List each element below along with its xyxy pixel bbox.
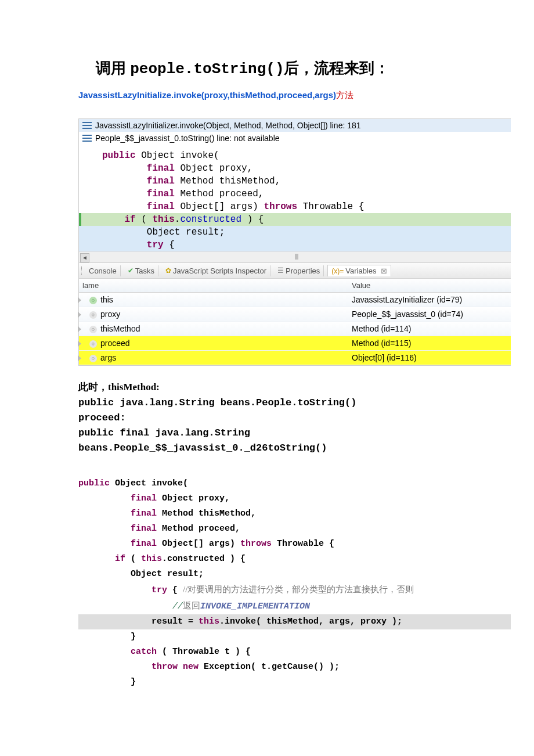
ide-panel: JavassistLazyInitializer.invoke(Object, …	[78, 118, 511, 366]
highlighted-line: result = this.invoke( thisMethod, args, …	[78, 614, 511, 629]
checkmark-icon: ✔	[128, 267, 134, 275]
code-line: Object result;	[79, 226, 511, 239]
variables-header: lame Value	[79, 278, 511, 293]
code-line: final Object[] args) throws Throwable {	[79, 200, 511, 213]
tab-grip-icon	[81, 267, 83, 275]
stack-frame[interactable]: People_$$_javassist_0.toString() line: n…	[79, 132, 511, 145]
variable-icon: ○	[89, 311, 97, 319]
stack-frame-label: People_$$_javassist_0.toString() line: n…	[95, 134, 280, 143]
tab-tasks[interactable]: ✔Tasks	[124, 265, 158, 276]
expand-icon[interactable]	[78, 312, 81, 318]
scroll-thumb[interactable]	[295, 254, 298, 260]
code-line: public Object invoke(	[79, 149, 511, 162]
stack-frame-label: JavassistLazyInitializer.invoke(Object, …	[95, 121, 361, 130]
code-line: try {	[79, 239, 511, 251]
variables-body: ○thisJavassistLazyInitializer (id=79)○pr…	[79, 293, 511, 365]
variable-value: People_$$_javassist_0 (id=74)	[348, 307, 511, 321]
variable-name: proxy	[100, 309, 120, 319]
variable-row[interactable]: ○argsObject[0] (id=116)	[79, 351, 511, 365]
scroll-left-icon[interactable]: ◄	[80, 253, 89, 262]
script-icon: ✿	[165, 267, 171, 275]
variable-value: Method (id=114)	[348, 322, 511, 336]
variable-row[interactable]: ○proxyPeople_$$_javassist_0 (id=74)	[79, 307, 511, 322]
title-post: 后，流程来到：	[284, 59, 389, 77]
variables-icon: (x)=	[331, 267, 344, 275]
variable-row[interactable]: ○thisMethodMethod (id=114)	[79, 322, 511, 336]
title-pre: 调用	[96, 59, 130, 77]
variable-value: JavassistLazyInitializer (id=79)	[348, 293, 511, 307]
variable-name: thisMethod	[100, 324, 140, 333]
code-line: final Method thisMethod,	[79, 175, 511, 188]
code-listing: public Object invoke( final Object proxy…	[78, 476, 511, 690]
tab-variables[interactable]: (x)= Variables ⊠	[327, 265, 391, 276]
subtitle: JavassistLazyInitialize.invoke(proxy,thi…	[78, 90, 511, 101]
variable-name: args	[100, 353, 116, 362]
stack-frame-icon	[82, 135, 92, 142]
tab-js-inspector[interactable]: ✿JavaScript Scripts Inspector	[162, 265, 270, 276]
close-icon[interactable]: ⊠	[381, 267, 387, 275]
horizontal-scrollbar[interactable]: ◄	[79, 251, 511, 262]
code-line-current: if ( this.constructed ) {	[79, 213, 511, 226]
stack-frame-icon	[82, 122, 92, 129]
variable-value: Object[0] (id=116)	[348, 351, 511, 365]
subtitle-suffix: 方法	[336, 90, 353, 100]
variable-row[interactable]: ○thisJavassistLazyInitializer (id=79)	[79, 293, 511, 307]
tab-properties[interactable]: ☰Properties	[274, 265, 324, 276]
page-title: 调用 people.toString()后，流程来到：	[96, 58, 511, 78]
variable-icon: ○	[89, 355, 97, 362]
bottom-tabs: Console ✔Tasks ✿JavaScript Scripts Inspe…	[79, 262, 511, 278]
subtitle-method: JavassistLazyInitialize.invoke(proxy,thi…	[78, 90, 336, 100]
code-line: final Object proxy,	[79, 162, 511, 175]
stack-frame[interactable]: JavassistLazyInitializer.invoke(Object, …	[79, 119, 511, 132]
code-line: final Method proceed,	[79, 188, 511, 200]
variable-icon: ○	[89, 297, 97, 304]
properties-icon: ☰	[277, 267, 284, 275]
variable-row[interactable]: ○proceedMethod (id=115)	[79, 336, 511, 351]
variable-name: proceed	[100, 339, 130, 348]
expand-icon[interactable]	[78, 341, 81, 347]
expand-icon[interactable]	[78, 355, 81, 361]
source-code: public Object invoke( final Object proxy…	[79, 145, 511, 251]
title-code: people.toString()	[130, 60, 284, 78]
tab-console[interactable]: Console	[85, 265, 121, 276]
variable-name: this	[100, 295, 113, 304]
column-value[interactable]: Value	[348, 279, 511, 292]
column-name[interactable]: lame	[79, 279, 348, 292]
variable-icon: ○	[89, 326, 97, 333]
variable-icon: ○	[89, 340, 97, 348]
variable-value: Method (id=115)	[348, 336, 511, 350]
expand-icon[interactable]	[78, 297, 81, 303]
explanation-text: 此时，thisMethod: public java.lang.String b…	[78, 380, 511, 456]
expand-icon[interactable]	[78, 326, 81, 332]
